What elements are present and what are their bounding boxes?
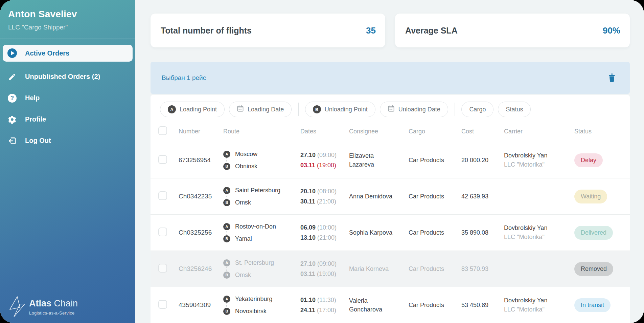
- status-badge: In transit: [574, 298, 611, 312]
- loading-time: (08:00): [317, 188, 337, 195]
- route-from: St. Petersburg: [235, 259, 274, 266]
- column-header-carrier: Carrier: [504, 128, 574, 135]
- consignee: Sophia Karpova: [349, 228, 406, 237]
- sidebar-item-log-out[interactable]: Log Out: [0, 130, 135, 151]
- carrier-company: LLC "Motorika": [504, 160, 569, 169]
- gear-icon: [7, 115, 17, 124]
- consignee: Anna Demidova: [349, 192, 406, 201]
- cargo: Car Products: [409, 193, 461, 200]
- column-header-dates: Dates: [300, 128, 349, 135]
- route-connector: [226, 158, 227, 162]
- route-to: Novosibirsk: [235, 308, 267, 315]
- brand-text: Atlas Chain Logistics-as-a-Service: [29, 298, 78, 316]
- unloading-time: (21:00): [317, 234, 337, 241]
- cost: 42 639.93: [461, 193, 504, 200]
- filter-status[interactable]: Status: [498, 102, 531, 117]
- filter-cargo[interactable]: Cargo: [461, 102, 493, 117]
- consignee: Elizaveta Lazareva: [349, 151, 406, 169]
- cargo: Car Products: [409, 302, 461, 309]
- carrier-cell: Dovbrolskiy Yan LLC "Motorika": [504, 151, 574, 169]
- column-header-status: Status: [574, 128, 630, 135]
- sidebar-divider: [0, 39, 135, 39]
- table-row[interactable]: Ch0325256 ARostov-on-Don BYamal 06.09 (1…: [151, 215, 630, 251]
- filter-label: Unloading Point: [325, 106, 368, 113]
- point-b-icon: B: [223, 163, 230, 170]
- table-row[interactable]: Ch3256246 ASt. Petersburg BOmsk 27.10 (0…: [151, 251, 630, 287]
- stat-value: 35: [366, 25, 376, 36]
- table-row[interactable]: 673256954 AMoscow BObninsk 27.10 (09:00)…: [151, 142, 630, 178]
- unloading-time: (21:00): [317, 198, 336, 205]
- column-header-route: Route: [223, 128, 300, 135]
- cost: 20 000.20: [461, 157, 504, 164]
- pencil-icon: [7, 72, 17, 82]
- logout-icon: [7, 136, 17, 146]
- row-checkbox[interactable]: [158, 155, 167, 164]
- sidebar: Anton Saveliev LLC "Cargo Shipper" Activ…: [0, 0, 135, 323]
- sidebar-item-active-orders[interactable]: Active Orders: [3, 45, 133, 62]
- filter-loading-date[interactable]: Loading Date: [229, 102, 292, 117]
- point-b-icon: B: [313, 105, 321, 113]
- unloading-time: (19:00): [317, 162, 336, 169]
- user-block: Anton Saveliev LLC "Cargo Shipper": [0, 0, 135, 31]
- question-icon: ?: [7, 93, 17, 103]
- filter-loading-point[interactable]: A Loading Point: [160, 102, 225, 117]
- filter-unloading-point[interactable]: B Unloading Point: [305, 102, 375, 117]
- selection-bar: Выбран 1 рейс: [151, 62, 630, 94]
- filter-unloading-date[interactable]: Unloading Date: [380, 102, 448, 117]
- filter-label: Cargo: [469, 106, 486, 113]
- main-content: Total number of flights 35 Average SLA 9…: [135, 0, 644, 323]
- route-cell: ASaint Petersburg BOmsk: [223, 187, 300, 206]
- sidebar-item-profile[interactable]: Profile: [0, 109, 135, 130]
- row-checkbox[interactable]: [158, 300, 167, 309]
- loading-date: 01.10: [300, 297, 316, 303]
- sidebar-item-help[interactable]: ? Help: [0, 87, 135, 109]
- table-row[interactable]: 435904309 AYekaterinburg BNovosibirsk 01…: [151, 287, 630, 323]
- cost: 83 570.93: [461, 265, 504, 273]
- dates-cell: 01.10 (11:30) 24.11 (17:00): [300, 295, 349, 315]
- carrier-name: Dovbrolskiy Yan: [504, 223, 569, 233]
- cost: 53 450.89: [461, 302, 504, 309]
- route-to: Omsk: [235, 272, 251, 279]
- loading-time: (09:00): [317, 260, 337, 267]
- column-header-number: Number: [179, 128, 223, 135]
- filter-bar: A Loading Point Loading Date B: [151, 95, 630, 117]
- unloading-time: (17:00): [317, 307, 336, 314]
- column-header-cargo: Cargo: [409, 128, 461, 135]
- brand-tagline: Logistics-as-a-Service: [29, 310, 78, 316]
- delete-selected-button[interactable]: [607, 73, 616, 83]
- loading-date: 27.10: [300, 152, 316, 158]
- status-badge: Delay: [574, 153, 603, 167]
- consignee: Maria Korneva: [349, 264, 406, 273]
- sidebar-item-unpublished-orders[interactable]: Unpublished Orders (2): [0, 66, 135, 87]
- play-icon: [7, 48, 17, 58]
- dates-cell: 20.10 (08:00) 30.11 (21:00): [300, 186, 349, 207]
- route-from: Rostov-on-Don: [235, 223, 276, 230]
- dates-cell: 27.10 (09:00) 03.11 (19:00): [300, 150, 349, 170]
- loading-date: 06.09: [300, 224, 316, 231]
- sidebar-item-label: Log Out: [25, 137, 51, 145]
- row-checkbox[interactable]: [158, 228, 167, 236]
- select-all-checkbox[interactable]: [158, 126, 167, 135]
- row-checkbox[interactable]: [158, 191, 167, 200]
- row-checkbox[interactable]: [158, 264, 167, 273]
- unloading-date: 24.11: [300, 307, 315, 314]
- route-connector: [226, 231, 227, 235]
- brand-name-primary: Atlas: [29, 298, 51, 308]
- point-a-icon: A: [223, 296, 230, 303]
- status-badge: Removed: [574, 262, 613, 276]
- stat-value: 90%: [603, 25, 620, 36]
- loading-time: (11:30): [317, 297, 336, 303]
- route-from: Yekaterinburg: [235, 296, 272, 303]
- stat-cards: Total number of flights 35 Average SLA 9…: [151, 14, 630, 47]
- carrier-company: LLC "Motorika": [504, 233, 569, 242]
- carrier-company: LLC "Motorika": [504, 305, 569, 314]
- route-cell: ARostov-on-Don BYamal: [223, 223, 300, 242]
- carrier-cell: Dovbrolskiy Yan LLC "Motorika": [504, 296, 574, 314]
- table-row[interactable]: Ch0342235 ASaint Petersburg BOmsk 20.10 …: [151, 178, 630, 215]
- carrier-name: Dovbrolskiy Yan: [504, 151, 569, 160]
- user-company: LLC "Cargo Shipper": [8, 24, 127, 31]
- order-number: Ch3256246: [179, 265, 223, 273]
- stat-label: Total number of flights: [161, 26, 252, 36]
- cargo: Car Products: [409, 229, 461, 236]
- filter-label: Loading Date: [248, 106, 284, 113]
